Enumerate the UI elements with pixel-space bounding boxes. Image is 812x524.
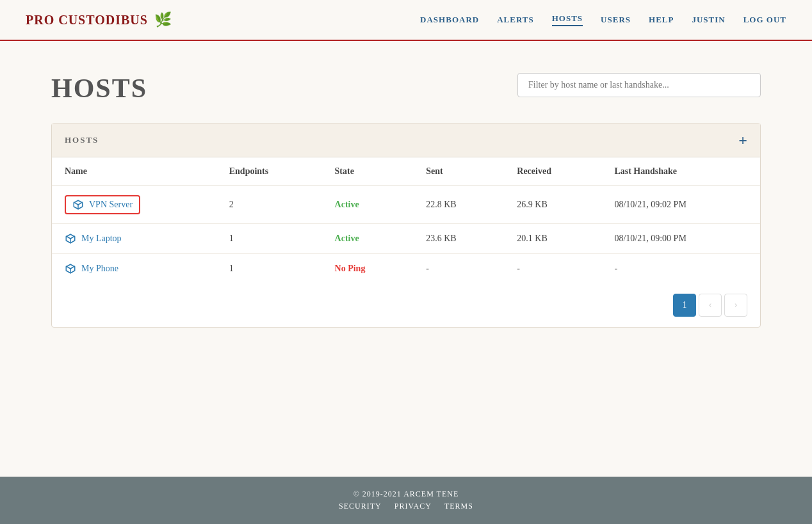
- svg-line-6: [66, 266, 70, 269]
- host-endpoints-cell: 1: [216, 254, 322, 284]
- nav-help[interactable]: HELP: [649, 15, 674, 25]
- host-link-2[interactable]: My Phone: [65, 263, 204, 274]
- nav-username[interactable]: JUSTIN: [692, 15, 725, 25]
- nav-dashboard[interactable]: DASHBOARD: [420, 15, 479, 25]
- logo: PRO CUSTODIBUS 🌿: [26, 12, 172, 28]
- table-row: VPN Server2Active22.8 KB26.9 KB08/10/21,…: [52, 186, 760, 224]
- footer-terms[interactable]: TERMS: [444, 502, 473, 511]
- col-name: Name: [52, 157, 216, 186]
- host-received-cell: 20.1 KB: [504, 224, 601, 254]
- page-next-button[interactable]: ›: [724, 294, 747, 317]
- table-row: My Laptop1Active23.6 KB20.1 KB08/10/21, …: [52, 224, 760, 254]
- nav-alerts[interactable]: ALERTS: [497, 15, 534, 25]
- nav-logout[interactable]: LOG OUT: [743, 15, 786, 25]
- page-prev-button[interactable]: ‹: [699, 294, 722, 317]
- logo-icon: 🌿: [154, 12, 172, 28]
- host-last-handshake-cell: 08/10/21, 09:00 PM: [601, 224, 760, 254]
- col-sent: Sent: [413, 157, 504, 186]
- host-state-cell: Active: [322, 186, 414, 224]
- page-title: HOSTS: [51, 73, 147, 104]
- host-link-1[interactable]: My Laptop: [65, 233, 204, 244]
- footer-copyright: © 2019-2021 ARCEM TENE: [13, 489, 799, 499]
- host-name-text: My Phone: [81, 264, 118, 274]
- host-cube-icon: [65, 233, 76, 244]
- col-last-handshake: Last Handshake: [601, 157, 760, 186]
- nav-users[interactable]: USERS: [601, 15, 631, 25]
- host-cube-icon: [72, 199, 84, 210]
- footer: © 2019-2021 ARCEM TENE SECURITY PRIVACY …: [0, 477, 812, 524]
- hosts-table: Name Endpoints State Sent Received Last …: [52, 157, 760, 283]
- host-state-cell: Active: [322, 224, 414, 254]
- hosts-table-body: VPN Server2Active22.8 KB26.9 KB08/10/21,…: [52, 186, 760, 284]
- header: PRO CUSTODIBUS 🌿 DASHBOARD ALERTS HOSTS …: [0, 0, 812, 41]
- col-endpoints: Endpoints: [216, 157, 322, 186]
- host-state-badge: Active: [335, 200, 359, 209]
- host-state-badge: No Ping: [335, 264, 366, 273]
- host-name-text: VPN Server: [89, 200, 133, 210]
- svg-line-2: [78, 202, 83, 205]
- svg-line-8: [70, 266, 75, 269]
- host-state-cell: No Ping: [322, 254, 414, 284]
- table-row: My Phone1No Ping---: [52, 254, 760, 284]
- hosts-panel: HOSTS + Name Endpoints State Sent Receiv…: [51, 123, 761, 328]
- host-endpoints-cell: 2: [216, 186, 322, 224]
- main-nav: DASHBOARD ALERTS HOSTS USERS HELP JUSTIN…: [420, 13, 786, 26]
- host-name-text: My Laptop: [81, 234, 122, 244]
- footer-security[interactable]: SECURITY: [339, 502, 382, 511]
- svg-line-5: [70, 236, 75, 239]
- host-name-cell: My Laptop: [52, 224, 216, 254]
- host-sent-cell: 22.8 KB: [413, 186, 504, 224]
- host-cube-icon: [65, 263, 76, 274]
- host-name-cell: VPN Server: [52, 186, 216, 224]
- host-received-cell: 26.9 KB: [504, 186, 601, 224]
- host-name-cell: My Phone: [52, 254, 216, 284]
- table-header: Name Endpoints State Sent Received Last …: [52, 157, 760, 186]
- host-sent-cell: -: [413, 254, 504, 284]
- svg-line-0: [74, 202, 78, 205]
- filter-input[interactable]: [517, 73, 761, 97]
- footer-links: SECURITY PRIVACY TERMS: [13, 502, 799, 511]
- page-header: HOSTS: [51, 73, 761, 104]
- col-state: State: [322, 157, 414, 186]
- nav-hosts[interactable]: HOSTS: [552, 13, 583, 26]
- add-host-button[interactable]: +: [738, 132, 747, 148]
- hosts-panel-title: HOSTS: [65, 135, 99, 145]
- host-received-cell: -: [504, 254, 601, 284]
- host-last-handshake-cell: -: [601, 254, 760, 284]
- hosts-panel-header: HOSTS +: [52, 123, 760, 157]
- col-received: Received: [504, 157, 601, 186]
- host-sent-cell: 23.6 KB: [413, 224, 504, 254]
- main-content: HOSTS HOSTS + Name Endpoints State Sent …: [0, 41, 812, 477]
- page-1-button[interactable]: 1: [673, 294, 696, 317]
- host-endpoints-cell: 1: [216, 224, 322, 254]
- logo-text: PRO CUSTODIBUS: [26, 13, 148, 28]
- svg-line-3: [66, 236, 70, 239]
- pagination: 1 ‹ ›: [52, 283, 760, 327]
- host-state-badge: Active: [335, 234, 359, 243]
- footer-privacy[interactable]: PRIVACY: [394, 502, 432, 511]
- host-last-handshake-cell: 08/10/21, 09:02 PM: [601, 186, 760, 224]
- host-link-0[interactable]: VPN Server: [65, 195, 140, 214]
